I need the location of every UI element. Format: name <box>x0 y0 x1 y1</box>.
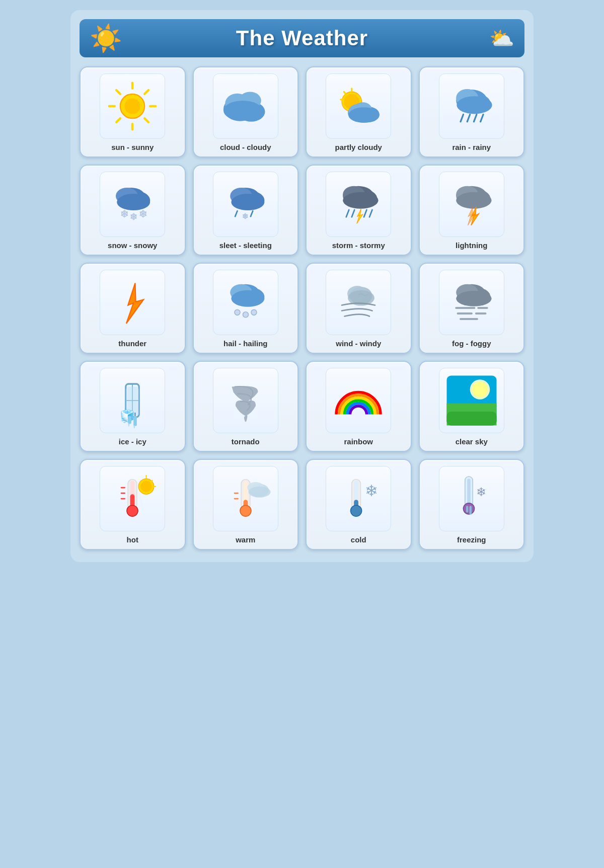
svg-point-60 <box>456 192 491 209</box>
hail-icon <box>213 270 278 335</box>
snow-icon: ❄ ❄ ❄ <box>100 172 165 237</box>
svg-line-7 <box>144 90 148 94</box>
svg-line-54 <box>364 210 367 217</box>
ice-icon: 🧊 | <box>100 368 165 433</box>
svg-point-78 <box>456 291 491 306</box>
svg-line-45 <box>235 211 237 216</box>
weather-card-snow-snowy: ❄ ❄ ❄ snow - snowy <box>80 165 186 256</box>
weather-card-cold: ❄ cold <box>306 459 412 550</box>
svg-line-33 <box>480 115 483 122</box>
svg-point-69 <box>243 312 248 318</box>
weather-card-thunder: thunder <box>80 263 186 354</box>
rainbow-icon <box>326 368 391 433</box>
weather-card-clear-sky: clear sky <box>419 361 525 452</box>
card-label-hot: hot <box>127 535 138 544</box>
page-title: The Weather <box>236 26 368 50</box>
svg-point-51 <box>343 192 378 209</box>
lightning-icon <box>439 172 504 237</box>
weather-card-rainbow: rainbow <box>306 361 412 452</box>
svg-text:❄: ❄ <box>365 482 378 500</box>
svg-rect-96 <box>446 412 496 426</box>
svg-point-25 <box>348 107 380 123</box>
freezing-icon: ❄ <box>439 466 504 531</box>
weather-card-sleet-sleeting: ❄ sleet - sleeting <box>193 165 299 256</box>
svg-line-53 <box>352 210 355 217</box>
card-label-hail-hailing: hail - hailing <box>223 339 268 348</box>
svg-point-68 <box>235 309 240 315</box>
card-label-thunder: thunder <box>118 339 146 348</box>
weather-card-storm-stormy: storm - stormy <box>306 165 412 256</box>
svg-text:❄: ❄ <box>120 208 129 219</box>
page: ☀️ The Weather ⛅ sun - sunny clo <box>70 10 534 562</box>
svg-line-30 <box>461 115 464 122</box>
svg-rect-128 <box>466 506 468 512</box>
svg-text:❄: ❄ <box>242 212 249 220</box>
cold-icon: ❄ <box>326 466 391 531</box>
cloud-icon <box>213 73 278 139</box>
svg-point-119 <box>248 487 270 498</box>
svg-line-6 <box>144 118 148 122</box>
svg-rect-90 <box>128 416 131 424</box>
weather-card-rain-rainy: rain - rainy <box>419 66 525 157</box>
card-label-sun-sunny: sun - sunny <box>111 143 154 151</box>
weather-card-hot: hot <box>80 459 186 550</box>
svg-point-98 <box>472 382 488 398</box>
weather-card-ice-icy: 🧊 | ice - icy <box>80 361 186 452</box>
weather-grid: sun - sunny cloud - cloudy partly cloudy <box>80 66 524 550</box>
svg-point-123 <box>351 505 362 516</box>
hot-icon <box>100 466 165 531</box>
card-label-warm: warm <box>236 535 255 544</box>
weather-card-cloud-cloudy: cloud - cloudy <box>193 66 299 157</box>
weather-card-warm: warm <box>193 459 299 550</box>
card-label-storm-stormy: storm - stormy <box>332 241 385 250</box>
card-label-freezing: freezing <box>457 535 486 544</box>
card-label-cold: cold <box>351 535 366 544</box>
rain-icon <box>439 73 504 139</box>
svg-point-114 <box>240 505 251 516</box>
svg-point-37 <box>117 194 150 210</box>
svg-line-5 <box>116 90 120 94</box>
svg-point-127 <box>463 503 474 514</box>
card-label-cloud-cloudy: cloud - cloudy <box>220 143 271 151</box>
weather-card-sun-sunny: sun - sunny <box>80 66 186 157</box>
sun-decoration-icon: ☀️ <box>90 23 122 54</box>
card-label-lightning: lightning <box>456 241 487 250</box>
thunder-icon <box>100 270 165 335</box>
wind-icon: 〜 <box>326 270 391 335</box>
svg-marker-56 <box>357 209 363 224</box>
card-label-snow-snowy: snow - snowy <box>108 241 157 250</box>
card-label-partly-cloudy: partly cloudy <box>335 143 382 151</box>
svg-point-10 <box>125 99 140 114</box>
svg-line-55 <box>369 210 372 217</box>
partly-cloudy-icon <box>326 73 391 139</box>
weather-card-freezing: ❄ freezing <box>419 459 525 550</box>
tornado-icon <box>213 368 278 433</box>
svg-line-46 <box>251 211 253 216</box>
weather-card-partly-cloudy: partly cloudy <box>306 66 412 157</box>
svg-point-107 <box>141 481 152 492</box>
card-label-sleet-sleeting: sleet - sleeting <box>219 241 272 250</box>
svg-line-52 <box>346 210 349 217</box>
fog-icon <box>439 270 504 335</box>
svg-text:❄: ❄ <box>476 485 486 499</box>
svg-rect-126 <box>467 479 471 505</box>
svg-point-70 <box>251 309 257 315</box>
card-label-rain-rainy: rain - rainy <box>452 143 491 151</box>
clear-sky-icon <box>439 368 504 433</box>
svg-text:〜: 〜 <box>357 289 368 301</box>
weather-card-lightning: lightning <box>419 165 525 256</box>
svg-point-102 <box>127 505 138 516</box>
card-label-clear-sky: clear sky <box>456 437 488 446</box>
card-label-wind-windy: wind - windy <box>336 339 381 348</box>
svg-marker-92 <box>128 424 129 427</box>
svg-rect-129 <box>469 506 471 515</box>
svg-text:❄: ❄ <box>139 208 147 219</box>
svg-point-67 <box>231 290 264 307</box>
svg-line-8 <box>116 118 120 122</box>
cloud-decoration-icon: ⛅ <box>489 27 514 50</box>
svg-line-31 <box>467 115 470 122</box>
weather-card-hail-hailing: hail - hailing <box>193 263 299 354</box>
svg-text:❄: ❄ <box>130 212 137 222</box>
weather-card-tornado: tornado <box>193 361 299 452</box>
svg-line-32 <box>474 115 477 122</box>
